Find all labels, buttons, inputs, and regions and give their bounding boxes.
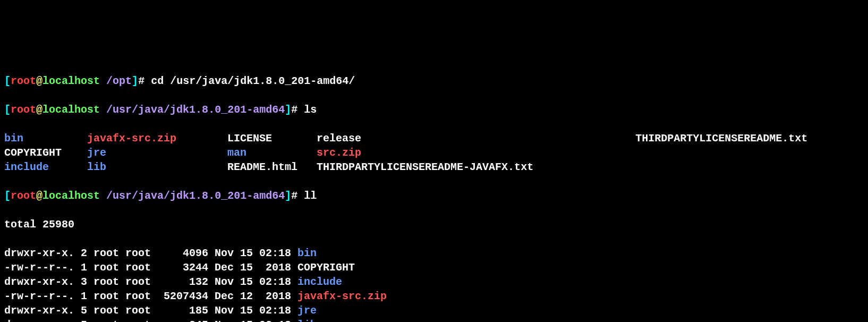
prompt-host: localhost bbox=[42, 75, 100, 87]
prompt-path: /usr/java/jdk1.8.0_201-amd64 bbox=[106, 104, 285, 116]
ls-item: COPYRIGHT bbox=[4, 146, 87, 160]
ll-row: -rw-r--r--. 1 root root 3244 Dec 15 2018… bbox=[4, 260, 864, 275]
prompt-line: [root@localhost /usr/java/jdk1.8.0_201-a… bbox=[4, 103, 864, 117]
ls-item bbox=[635, 146, 858, 160]
ls-item: jre bbox=[87, 146, 227, 160]
ll-perms: drwxr-xr-x. 2 root root 4096 Nov 15 02:1… bbox=[4, 247, 297, 259]
ll-row: drwxr-xr-x. 2 root root 4096 Nov 15 02:1… bbox=[4, 246, 864, 260]
prompt-dollar: # bbox=[291, 190, 304, 202]
command-text: ls bbox=[304, 104, 317, 116]
ll-row: -rw-r--r--. 1 root root 5207434 Dec 12 2… bbox=[4, 289, 864, 303]
prompt-path: /usr/java/jdk1.8.0_201-amd64 bbox=[106, 190, 285, 202]
ll-perms: drwxr-xr-x. 5 root root 245 Nov 15 02:18 bbox=[4, 319, 297, 322]
bracket-open: [ bbox=[4, 75, 11, 87]
ll-output: drwxr-xr-x. 2 root root 4096 Nov 15 02:1… bbox=[4, 246, 864, 322]
prompt-at: @ bbox=[36, 104, 42, 116]
prompt-user: root bbox=[11, 104, 36, 116]
prompt-user: root bbox=[11, 75, 36, 87]
ll-filename: jre bbox=[297, 304, 317, 317]
prompt-host: localhost bbox=[42, 104, 100, 116]
ls-item: javafx-src.zip bbox=[87, 131, 227, 146]
ll-filename: bin bbox=[297, 247, 317, 259]
ll-filename: lib bbox=[297, 319, 317, 322]
ls-row: COPYRIGHTjremansrc.zip bbox=[4, 146, 864, 160]
prompt-host: localhost bbox=[42, 190, 100, 202]
bracket-close: ] bbox=[285, 190, 291, 202]
ls-output: binjavafx-src.zipLICENSEreleaseTHIRDPART… bbox=[4, 131, 864, 174]
prompt-dollar: # bbox=[291, 104, 304, 116]
ll-total: total 25980 bbox=[4, 217, 864, 232]
ls-item: THIRDPARTYLICENSEREADME-JAVAFX.txt bbox=[317, 160, 635, 174]
ll-perms: -rw-r--r--. 1 root root 5207434 Dec 12 2… bbox=[4, 290, 297, 302]
ll-perms: drwxr-xr-x. 5 root root 185 Nov 15 02:18 bbox=[4, 304, 297, 317]
command-text: cd /usr/java/jdk1.8.0_201-amd64/ bbox=[151, 75, 355, 87]
ls-item bbox=[635, 160, 858, 174]
ls-row: includelibREADME.htmlTHIRDPARTYLICENSERE… bbox=[4, 160, 864, 174]
prompt-path: /opt bbox=[106, 75, 132, 87]
ls-item: include bbox=[4, 160, 87, 174]
terminal-output[interactable]: [root@localhost /opt]# cd /usr/java/jdk1… bbox=[0, 57, 868, 322]
ls-item: LICENSE bbox=[227, 131, 317, 146]
ls-item: man bbox=[227, 146, 317, 160]
ls-item: release bbox=[317, 131, 635, 146]
ls-row: binjavafx-src.zipLICENSEreleaseTHIRDPART… bbox=[4, 131, 864, 146]
prompt-line: [root@localhost /usr/java/jdk1.8.0_201-a… bbox=[4, 189, 864, 203]
prompt-dollar: # bbox=[138, 75, 151, 87]
prompt-at: @ bbox=[36, 190, 42, 202]
ll-perms: drwxr-xr-x. 3 root root 132 Nov 15 02:18 bbox=[4, 276, 297, 288]
bracket-close: ] bbox=[132, 75, 138, 87]
ll-filename: javafx-src.zip bbox=[297, 290, 387, 302]
bracket-open: [ bbox=[4, 104, 11, 116]
ls-item: README.html bbox=[227, 160, 317, 174]
ll-perms: -rw-r--r--. 1 root root 3244 Dec 15 2018 bbox=[4, 261, 297, 274]
bracket-open: [ bbox=[4, 190, 11, 202]
prompt-line: [root@localhost /opt]# cd /usr/java/jdk1… bbox=[4, 74, 864, 88]
ll-row: drwxr-xr-x. 5 root root 185 Nov 15 02:18… bbox=[4, 303, 864, 318]
ll-filename: COPYRIGHT bbox=[297, 261, 355, 274]
ll-row: drwxr-xr-x. 5 root root 245 Nov 15 02:18… bbox=[4, 318, 864, 322]
ls-item: THIRDPARTYLICENSEREADME.txt bbox=[635, 131, 858, 146]
ls-item: src.zip bbox=[317, 146, 635, 160]
prompt-at: @ bbox=[36, 75, 42, 87]
ll-row: drwxr-xr-x. 3 root root 132 Nov 15 02:18… bbox=[4, 275, 864, 289]
command-text: ll bbox=[304, 190, 317, 202]
ls-item: bin bbox=[4, 131, 87, 146]
ls-item: lib bbox=[87, 160, 227, 174]
ll-filename: include bbox=[297, 276, 342, 288]
prompt-user: root bbox=[11, 190, 36, 202]
bracket-close: ] bbox=[285, 104, 291, 116]
